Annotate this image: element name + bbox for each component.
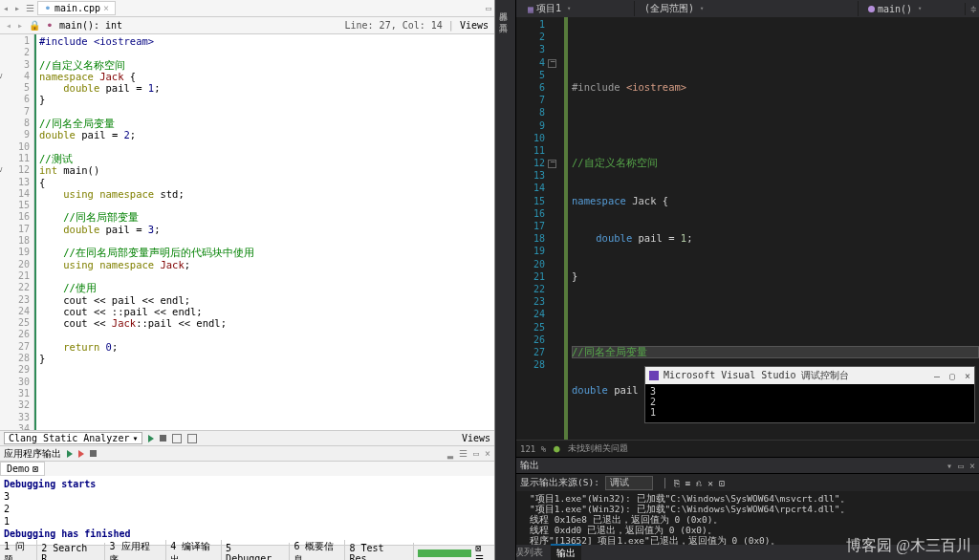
- dbg-start: Debugging starts: [4, 478, 490, 490]
- out-line-4: 1: [4, 515, 490, 528]
- console-title: Microsoft Visual Studio 调试控制台: [664, 369, 850, 382]
- left-ide: ◂ ▸ ☰ • main.cpp × ▭ ◂ ▸ 🔒 • main(): int…: [0, 0, 495, 560]
- analyzer-views-label[interactable]: Views: [462, 433, 490, 443]
- split-icon[interactable]: ▭: [483, 3, 494, 13]
- status-close-icon[interactable]: ⊠ ☰: [475, 543, 494, 561]
- crumb-split-icon[interactable]: ≑: [968, 4, 979, 14]
- views-menu[interactable]: Views: [460, 20, 489, 31]
- vs-output-title: 输出: [520, 459, 539, 472]
- clear-icon[interactable]: [187, 434, 197, 443]
- output-tabs: Demo⊠: [0, 461, 494, 476]
- toolbox-tab[interactable]: 工具箱: [495, 11, 511, 23]
- left-breadcrumb: ◂ ▸ 🔒 • main(): int Line: 27, Col: 14 | …: [0, 17, 494, 34]
- crumb-scope[interactable]: (全局范围): [637, 1, 859, 16]
- right-line-gutter: 1234567891011121314151617181920212223242…: [516, 17, 551, 440]
- server-explorer-tab[interactable]: 服务器: [495, 0, 511, 11]
- vs-output-toolbar: 显示输出来源(S): 调试 │ ⎘ ≡ ⎌ ✕ ⊡: [495, 474, 979, 491]
- vs-sidebar: 服务器 工具箱: [495, 0, 516, 560]
- left-statusbar: 1 问题 2 Search R… 3 应用程序… 4 编译输出 5 Debugg…: [0, 545, 494, 560]
- dbg-end: Debugging has finished: [4, 528, 490, 540]
- tool-icon-3[interactable]: ⎌: [696, 478, 702, 488]
- output-pin-icon[interactable]: ▾: [946, 461, 952, 471]
- console-body: 3 2 1: [645, 384, 974, 422]
- file-tab-main-cpp[interactable]: • main.cpp ×: [37, 1, 116, 15]
- cpp-icon: ▦: [528, 4, 533, 14]
- stop-icon[interactable]: [160, 435, 166, 442]
- watermark: 博客园 @木三百川: [846, 536, 971, 556]
- analyzer-bar: Clang Static Analyzer▾ Views: [0, 430, 494, 445]
- cpp-file-icon: •: [44, 4, 52, 13]
- run-icon[interactable]: [148, 435, 154, 442]
- progress-bar: [418, 549, 471, 557]
- console-max-icon[interactable]: ▢: [949, 371, 955, 381]
- tab-next-icon[interactable]: ▸: [11, 3, 23, 13]
- app-root: ◂ ▸ ☰ • main.cpp × ▭ ◂ ▸ 🔒 • main(): int…: [0, 0, 979, 560]
- output-run-icon[interactable]: [67, 450, 73, 458]
- close-tab-icon[interactable]: ×: [103, 3, 109, 13]
- tool-icon-4[interactable]: ✕: [707, 478, 713, 488]
- left-line-gutter: 1234567891011121314151617181920212223242…: [0, 34, 34, 430]
- vs-logo-icon: [649, 371, 659, 380]
- crumb-function[interactable]: main(): [860, 3, 966, 15]
- right-ide: 服务器 工具箱 ▦项目1 (全局范围) main() ≑ 12345678910…: [495, 0, 979, 560]
- crumb-prev-icon[interactable]: ◂: [6, 20, 11, 31]
- console-close-icon[interactable]: ×: [965, 371, 970, 381]
- output-stop-icon[interactable]: [90, 450, 97, 457]
- status-issues[interactable]: 1 问题: [0, 540, 37, 561]
- file-tab-label: main.cpp: [54, 3, 100, 13]
- debug-console-window[interactable]: Microsoft Visual Studio 调试控制台 — ▢ × 3 2 …: [644, 366, 975, 423]
- cursor-position: Line: 27, Col: 14: [345, 20, 443, 31]
- output-dock-icon[interactable]: ▭: [958, 461, 964, 471]
- output-source-label: 显示输出来源(S):: [520, 477, 599, 489]
- vs-output-header: 输出 ▾ ▭ ×: [495, 457, 979, 474]
- status-tests[interactable]: 8 Test Res…: [345, 543, 413, 561]
- crumb-next-icon[interactable]: ▸: [17, 20, 23, 31]
- output-run2-icon[interactable]: [78, 450, 84, 458]
- tool-icon-1[interactable]: ⎘: [674, 478, 680, 488]
- lock-icon: 🔒: [29, 20, 40, 31]
- filter-icon[interactable]: [172, 434, 182, 443]
- tab-prev-icon[interactable]: ◂: [0, 3, 11, 13]
- tool-icon-5[interactable]: ⊡: [719, 478, 725, 488]
- status-app-output[interactable]: 3 应用程序…: [105, 540, 166, 561]
- member-icon: [868, 6, 875, 12]
- output-source-select[interactable]: 调试: [605, 476, 653, 490]
- console-titlebar[interactable]: Microsoft Visual Studio 调试控制台 — ▢ ×: [645, 367, 974, 384]
- function-icon: •: [46, 21, 54, 31]
- tool-icon-2[interactable]: ≡: [685, 478, 691, 488]
- output-title: 应用程序输出: [4, 447, 61, 461]
- status-debugger[interactable]: 5 Debugger…: [222, 543, 290, 561]
- breadcrumb-fn[interactable]: main(): int: [59, 20, 122, 31]
- status-search[interactable]: 2 Search R…: [37, 543, 105, 561]
- tab-output[interactable]: 输出: [551, 544, 581, 560]
- zoom-level[interactable]: 121 %: [520, 444, 546, 454]
- output-body: Debugging starts 3 2 1 Debugging has fin…: [0, 476, 494, 545]
- analyzer-select[interactable]: Clang Static Analyzer▾: [4, 432, 142, 444]
- issues-ok-icon: ●: [554, 442, 560, 455]
- left-editor[interactable]: 1234567891011121314151617181920212223242…: [0, 34, 494, 430]
- console-min-icon[interactable]: —: [934, 371, 940, 381]
- output-min-icon[interactable]: ▂ ☰ ▭ ×: [447, 448, 490, 459]
- output-tab-demo[interactable]: Demo⊠: [0, 462, 45, 476]
- left-tab-bar: ◂ ▸ ☰ • main.cpp × ▭: [0, 0, 494, 17]
- out-line-2: 3: [4, 490, 490, 503]
- status-summary[interactable]: 6 概要信息: [290, 540, 345, 561]
- out-line-3: 2: [4, 503, 490, 515]
- output-header: 应用程序输出 ▂ ☰ ▭ ×: [0, 445, 494, 461]
- right-editor-status: 121 % ● 未找到相关问题: [495, 440, 979, 457]
- left-code-area[interactable]: #include <iostream> //自定义名称空间 namespace …: [34, 34, 494, 430]
- crumb-project[interactable]: ▦项目1: [520, 1, 635, 16]
- status-compile[interactable]: 4 编译输出: [166, 540, 222, 561]
- tab-list-icon[interactable]: ☰: [23, 3, 37, 13]
- vs-breadcrumb: ▦项目1 (全局范围) main() ≑: [495, 0, 979, 17]
- output-close-icon[interactable]: ×: [969, 461, 975, 471]
- no-issues-label: 未找到相关问题: [568, 442, 628, 455]
